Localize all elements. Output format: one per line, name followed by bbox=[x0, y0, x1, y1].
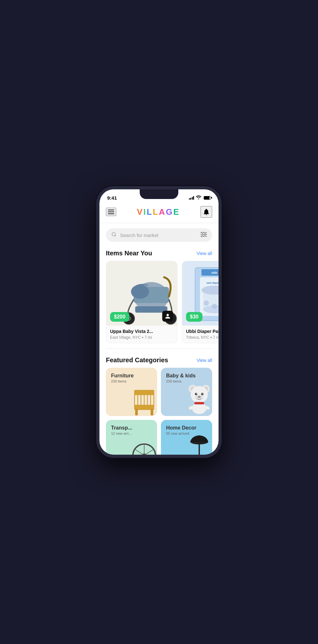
featured-categories-section: Featured Categories View all Furniture 2… bbox=[99, 349, 219, 455]
signal-icon bbox=[189, 196, 194, 200]
app-logo: VILLAGE bbox=[137, 207, 180, 217]
svg-point-48 bbox=[196, 393, 197, 394]
baby-kids-image bbox=[186, 384, 212, 416]
category-card-home-decor[interactable]: Home Decor 55 new arrived bbox=[161, 420, 212, 455]
stroller-info: Uppa Baby Vista 2... East Village, NYC 7… bbox=[106, 326, 177, 343]
item-card-stroller[interactable]: $200 Uppa Baby Vista 2... East Village, … bbox=[106, 261, 177, 343]
category-card-transport[interactable]: Transp... 12 new arri... bbox=[106, 420, 157, 455]
bicycle-svg bbox=[131, 436, 157, 455]
bell-icon bbox=[202, 208, 210, 216]
home-decor-image bbox=[186, 436, 212, 455]
stroller-location: East Village, NYC 7 mi bbox=[110, 335, 173, 340]
crib-svg bbox=[131, 384, 157, 416]
item-image-diaper-pail: ubbi steel diaper pa bbox=[182, 261, 219, 326]
categories-view-all-button[interactable]: View all bbox=[197, 358, 212, 363]
transport-subtitle: 12 new arri... bbox=[111, 431, 152, 435]
lamp-svg bbox=[188, 433, 210, 455]
seller-icon bbox=[162, 311, 173, 322]
svg-text:steel diaper pa: steel diaper pa bbox=[206, 282, 219, 284]
categories-grid: Furniture 230 items bbox=[99, 368, 219, 455]
items-near-you-header: Items Near You View all bbox=[99, 247, 219, 261]
svg-rect-30 bbox=[135, 390, 154, 395]
search-icon bbox=[111, 232, 117, 239]
category-card-furniture[interactable]: Furniture 230 items bbox=[106, 368, 157, 416]
notch bbox=[140, 189, 178, 199]
svg-point-27 bbox=[212, 304, 217, 309]
item-card-diaper-pail[interactable]: ubbi steel diaper pa bbox=[182, 261, 219, 343]
app-header: VILLAGE bbox=[99, 204, 219, 223]
notifications-button[interactable] bbox=[201, 206, 212, 218]
svg-rect-51 bbox=[194, 402, 204, 404]
svg-line-60 bbox=[144, 450, 153, 455]
featured-categories-title: Featured Categories bbox=[106, 356, 168, 364]
items-scroll-container[interactable]: $200 Uppa Baby Vista 2... East Village, … bbox=[99, 261, 219, 348]
items-near-you-title: Items Near You bbox=[106, 250, 152, 257]
featured-categories-header: Featured Categories View all bbox=[99, 354, 219, 368]
search-section: Search for market bbox=[99, 223, 219, 247]
wifi-icon bbox=[196, 195, 201, 200]
furniture-image bbox=[131, 384, 157, 416]
diaper-pail-location: Tribeca, NYC 7 mi bbox=[186, 335, 219, 340]
svg-rect-37 bbox=[135, 409, 138, 415]
baby-kids-title: Baby & kids bbox=[166, 373, 207, 379]
phone-frame: 9:41 bbox=[96, 186, 222, 458]
transport-image bbox=[131, 436, 157, 455]
hamburger-line-1 bbox=[108, 210, 114, 210]
status-time: 9:41 bbox=[107, 195, 117, 201]
main-scroll-content[interactable]: Search for market Items bbox=[99, 223, 219, 455]
battery-icon bbox=[204, 196, 211, 200]
diaper-pail-price: $30 bbox=[186, 312, 202, 322]
svg-line-59 bbox=[135, 450, 144, 455]
search-placeholder: Search for market bbox=[120, 232, 197, 238]
furniture-subtitle: 230 items bbox=[111, 379, 152, 383]
svg-point-45 bbox=[198, 396, 201, 398]
teddy-bear-svg bbox=[186, 381, 212, 416]
stroller-name: Uppa Baby Vista 2... bbox=[110, 329, 173, 334]
svg-rect-31 bbox=[135, 405, 154, 410]
search-bar[interactable]: Search for market bbox=[106, 228, 212, 242]
hamburger-line-2 bbox=[108, 212, 114, 212]
phone-screen: 9:41 bbox=[99, 189, 219, 455]
diaper-pail-name: Ubbi Diaper Pail - Ne bbox=[186, 329, 219, 334]
svg-rect-38 bbox=[151, 409, 153, 415]
transport-title: Transp... bbox=[111, 425, 152, 431]
svg-point-26 bbox=[204, 300, 209, 306]
hamburger-line-3 bbox=[108, 213, 114, 214]
svg-point-50 bbox=[192, 402, 206, 414]
item-image-stroller: $200 bbox=[106, 261, 177, 326]
home-decor-title: Home Decor bbox=[166, 425, 207, 431]
svg-point-6 bbox=[202, 236, 203, 237]
svg-point-14 bbox=[131, 285, 149, 299]
filter-icon[interactable] bbox=[201, 232, 207, 238]
svg-text:ubbi: ubbi bbox=[211, 271, 218, 274]
svg-point-4 bbox=[202, 232, 203, 233]
svg-rect-62 bbox=[199, 442, 200, 455]
status-icons bbox=[189, 195, 211, 200]
stroller-price: $200 bbox=[110, 312, 129, 322]
svg-point-5 bbox=[204, 234, 206, 235]
category-card-baby-kids[interactable]: Baby & kids 230 items bbox=[161, 368, 212, 416]
items-view-all-button[interactable]: View all bbox=[197, 251, 212, 256]
hamburger-button[interactable] bbox=[106, 208, 116, 216]
diaper-pail-info: Ubbi Diaper Pail - Ne Tribeca, NYC 7 mi bbox=[182, 326, 219, 343]
furniture-title: Furniture bbox=[111, 373, 152, 379]
svg-point-49 bbox=[202, 393, 203, 394]
